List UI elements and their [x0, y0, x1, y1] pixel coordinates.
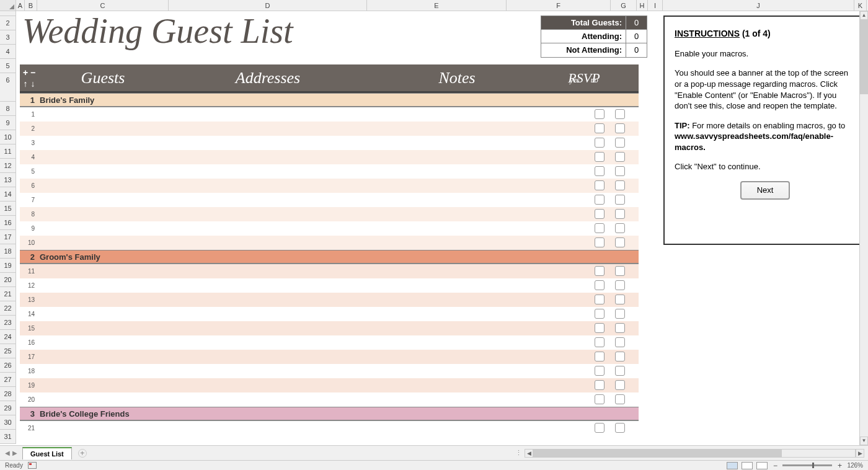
column-header[interactable]: K	[854, 0, 867, 11]
guest-row[interactable]: 21	[20, 421, 639, 435]
guest-row[interactable]: 6	[20, 179, 639, 193]
row-header[interactable]: 26	[0, 358, 16, 373]
column-header[interactable]: E	[367, 0, 507, 11]
rsvp-no-checkbox[interactable]	[615, 209, 625, 219]
row-header[interactable]: 3	[0, 30, 16, 45]
guest-row[interactable]: 12	[20, 278, 639, 293]
zoom-slider[interactable]	[782, 464, 832, 466]
rsvp-no-checkbox[interactable]	[615, 266, 625, 276]
rsvp-yes-checkbox[interactable]	[595, 309, 604, 319]
row-header[interactable]: 13	[0, 173, 16, 187]
row-header[interactable]: 12	[0, 159, 16, 173]
add-sheet-button[interactable]: +	[78, 449, 87, 458]
rsvp-yes-checkbox[interactable]	[595, 123, 604, 133]
select-all-corner[interactable]	[0, 0, 16, 11]
rsvp-yes-checkbox[interactable]	[595, 323, 604, 333]
row-header[interactable]: 8	[0, 102, 16, 116]
scroll-down-button[interactable]: ▼	[860, 437, 868, 445]
column-header[interactable]: G	[611, 0, 637, 11]
guest-row[interactable]: 13	[20, 293, 639, 307]
zoom-level[interactable]: 126%	[847, 462, 863, 469]
row-header[interactable]: 22	[0, 301, 16, 316]
macro-recording-icon[interactable]	[28, 462, 37, 469]
spreadsheet-grid[interactable]: Wedding Guest List Total Guests: 0 Atten…	[16, 11, 868, 444]
rsvp-yes-checkbox[interactable]	[595, 352, 604, 361]
rsvp-no-checkbox[interactable]	[615, 166, 625, 176]
rsvp-yes-checkbox[interactable]	[595, 152, 604, 162]
guest-row[interactable]: 11	[20, 264, 639, 278]
hscroll-left-button[interactable]: ◀	[525, 449, 533, 458]
rsvp-no-checkbox[interactable]	[615, 323, 625, 333]
move-up-icon[interactable]: ↑	[22, 79, 29, 89]
vertical-scrollbar[interactable]: ▲ ▼	[859, 11, 868, 445]
rsvp-no-checkbox[interactable]	[615, 366, 625, 376]
row-header[interactable]: 17	[0, 230, 16, 244]
next-button[interactable]: Next	[740, 181, 790, 200]
rsvp-yes-checkbox[interactable]	[595, 337, 604, 347]
guest-row[interactable]: 1	[20, 107, 639, 122]
scroll-thumb[interactable]	[860, 20, 868, 94]
column-header[interactable]: F	[507, 0, 611, 11]
rsvp-yes-checkbox[interactable]	[595, 366, 604, 376]
rsvp-yes-checkbox[interactable]	[595, 423, 604, 433]
row-header[interactable]: 24	[0, 330, 16, 344]
sheet-tab-guestlist[interactable]: Guest List	[22, 447, 72, 459]
rsvp-no-checkbox[interactable]	[615, 394, 625, 404]
row-header[interactable]: 28	[0, 387, 16, 401]
zoom-in-button[interactable]: +	[836, 461, 843, 470]
guest-row[interactable]: 5	[20, 164, 639, 179]
rsvp-yes-checkbox[interactable]	[595, 180, 604, 190]
column-header[interactable]: A	[16, 0, 25, 11]
guest-row[interactable]: 16	[20, 335, 639, 350]
tab-nav-prev-icon[interactable]: ◀	[5, 450, 10, 456]
rsvp-no-checkbox[interactable]	[615, 180, 625, 190]
guest-row[interactable]: 8	[20, 207, 639, 221]
rsvp-yes-checkbox[interactable]	[595, 394, 604, 404]
add-row-icon[interactable]: +	[22, 68, 29, 78]
rsvp-no-checkbox[interactable]	[615, 138, 625, 148]
row-header[interactable]: 14	[0, 187, 16, 202]
row-header[interactable]: 25	[0, 344, 16, 358]
remove-row-icon[interactable]: −	[30, 68, 36, 78]
rsvp-yes-checkbox[interactable]	[595, 266, 604, 276]
column-header[interactable]: J	[663, 0, 854, 11]
row-header[interactable]: 23	[0, 316, 16, 330]
rsvp-yes-checkbox[interactable]	[595, 138, 604, 148]
rsvp-no-checkbox[interactable]	[615, 380, 625, 390]
row-header[interactable]: 11	[0, 144, 16, 159]
view-normal-button[interactable]	[727, 462, 738, 469]
tab-nav-next-icon[interactable]: ▶	[12, 450, 17, 456]
zoom-out-button[interactable]: −	[771, 461, 779, 470]
rsvp-yes-checkbox[interactable]	[595, 295, 604, 304]
row-header[interactable]: 9	[0, 116, 16, 130]
rsvp-yes-checkbox[interactable]	[595, 209, 604, 219]
row-header[interactable]	[0, 11, 16, 16]
rsvp-yes-checkbox[interactable]	[595, 166, 604, 176]
guest-row[interactable]: 9	[20, 221, 639, 236]
move-down-icon[interactable]: ↓	[30, 79, 36, 89]
guest-row[interactable]: 20	[20, 392, 639, 407]
rsvp-no-checkbox[interactable]	[615, 152, 625, 162]
rsvp-no-checkbox[interactable]	[615, 337, 625, 347]
row-header[interactable]: 31	[0, 430, 16, 444]
row-header[interactable]: 15	[0, 202, 16, 216]
column-header[interactable]: D	[169, 0, 367, 11]
scroll-up-button[interactable]: ▲	[860, 11, 868, 20]
row-header[interactable]: 4	[0, 45, 16, 59]
view-pagelayout-button[interactable]	[742, 462, 753, 469]
guest-row[interactable]: 7	[20, 193, 639, 207]
rsvp-no-checkbox[interactable]	[615, 109, 625, 119]
hscroll-right-button[interactable]: ▶	[856, 449, 864, 458]
guest-row[interactable]: 19	[20, 378, 639, 392]
row-header[interactable]: 19	[0, 259, 16, 273]
guest-row[interactable]: 15	[20, 321, 639, 335]
guest-row[interactable]: 18	[20, 364, 639, 378]
rsvp-yes-checkbox[interactable]	[595, 109, 604, 119]
view-pagebreak-button[interactable]	[756, 462, 768, 469]
row-header[interactable]: 16	[0, 216, 16, 230]
rsvp-no-checkbox[interactable]	[615, 280, 625, 290]
column-header[interactable]: C	[37, 0, 169, 11]
guest-row[interactable]: 17	[20, 350, 639, 364]
horizontal-scrollbar[interactable]	[533, 449, 856, 458]
row-header[interactable]: 21	[0, 287, 16, 301]
